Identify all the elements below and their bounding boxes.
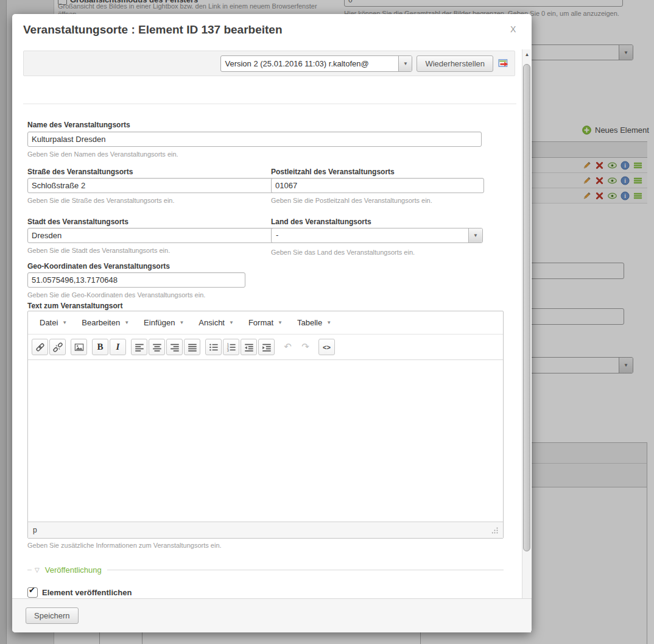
country-help: Geben Sie das Land des Veranstaltungsort… — [271, 249, 415, 256]
redo-button[interactable]: ↷ — [297, 339, 314, 355]
text-label: Text zum Veranstaltungsort — [27, 302, 122, 310]
version-select[interactable]: Version 2 (25.01.2016 11:03) r.kaltofen@… — [220, 55, 412, 72]
bullet-list-icon — [209, 342, 219, 352]
menu-view[interactable]: Ansicht▼ — [192, 314, 241, 331]
text-help: Geben Sie zusätzliche Informationen zum … — [27, 542, 222, 549]
country-label: Land des Veranstaltungsorts — [271, 218, 371, 226]
modal-scrollbar[interactable]: ▲ ▼ — [522, 49, 531, 632]
close-icon[interactable]: X — [510, 24, 516, 34]
restore-button[interactable]: Wiederherstellen — [417, 55, 493, 72]
align-justify-button[interactable] — [184, 339, 200, 355]
image-icon — [74, 342, 84, 352]
publish-section-legend[interactable]: Veröffentlichung — [43, 565, 104, 575]
name-help: Geben Sie den Namen des Veranstaltungsor… — [27, 150, 178, 158]
geo-help: Geben Sie die Geo-Koordinaten des Verans… — [27, 291, 205, 299]
city-help: Geben Sie die Stadt des Veranstaltungsor… — [27, 247, 170, 254]
resize-grip-icon[interactable] — [491, 527, 498, 534]
street-help: Geben Sie die Straße des Veranstaltungso… — [27, 197, 175, 204]
street-label: Straße des Veranstaltungsorts — [27, 168, 133, 176]
caret-down-icon: ▼ — [326, 320, 331, 325]
divider — [23, 104, 516, 104]
country-select[interactable]: - ▼ — [271, 228, 483, 243]
caret-down-icon: ▼ — [278, 320, 283, 325]
open-window-icon[interactable] — [498, 57, 510, 69]
menu-file[interactable]: Datei▼ — [33, 314, 74, 331]
menu-format[interactable]: Format▼ — [242, 314, 289, 331]
name-label: Name des Veranstaltungsorts — [27, 121, 130, 129]
menu-table[interactable]: Tabelle▼ — [290, 314, 338, 331]
chevron-down-icon[interactable]: ▼ — [468, 228, 482, 242]
link-button[interactable] — [32, 339, 48, 355]
unlink-icon — [53, 342, 63, 352]
bold-button[interactable]: B — [92, 339, 108, 355]
numbered-list-icon: 123 — [227, 342, 236, 352]
indent-button[interactable] — [258, 339, 275, 355]
outdent-icon — [244, 342, 254, 352]
scroll-up-icon[interactable]: ▲ — [522, 49, 532, 59]
chevron-down-icon[interactable]: ▼ — [398, 56, 412, 71]
bold-icon: B — [97, 342, 103, 352]
align-left-icon — [135, 342, 144, 352]
editor-menubar: Datei▼ Bearbeiten▼ Einfügen▼ Ansicht▼ Fo… — [28, 311, 503, 334]
collapse-triangle-icon[interactable]: ▽ — [35, 567, 40, 573]
numbered-list-button[interactable]: 123 — [223, 339, 239, 355]
unlink-button[interactable] — [49, 339, 66, 355]
align-center-icon — [152, 342, 162, 352]
divider-line — [107, 570, 504, 570]
undo-icon: ↶ — [284, 342, 292, 352]
undo-button[interactable]: ↶ — [280, 339, 296, 355]
align-right-icon — [170, 342, 180, 352]
zip-label: Postleitzahl des Veranstaltungsorts — [271, 168, 395, 176]
redo-icon: ↷ — [301, 342, 309, 352]
publish-section-divider: ▽ Veröffentlichung — [27, 565, 504, 575]
version-select-value: Version 2 (25.01.2016 11:03) r.kaltofen@ — [225, 56, 397, 71]
source-code-icon: <> — [323, 344, 331, 351]
zip-help: Geben Sie die Postleitzahl des Veranstal… — [271, 197, 432, 204]
editor-statusbar: p — [28, 522, 503, 538]
name-input[interactable] — [27, 132, 482, 147]
editor-toolbar: B I 123 ↶ ↷ — [28, 334, 503, 360]
richtext-editor: Datei▼ Bearbeiten▼ Einfügen▼ Ansicht▼ Fo… — [27, 311, 504, 539]
link-icon — [35, 342, 45, 352]
source-code-button[interactable]: <> — [318, 339, 335, 355]
caret-down-icon: ▼ — [62, 320, 67, 325]
scrollbar-thumb[interactable] — [523, 64, 530, 551]
divider-dash — [27, 570, 32, 570]
screen: Großansichtsmodus des Fensters Großansic… — [0, 0, 654, 644]
publish-checkbox-label: Element veröffentlichen — [42, 588, 132, 597]
geo-input[interactable] — [27, 272, 245, 288]
caret-down-icon: ▼ — [124, 320, 129, 325]
geo-label: Geo-Koordinaten des Veranstaltungsorts — [27, 262, 170, 271]
editor-content-area[interactable] — [28, 360, 503, 522]
editor-element-path: p — [33, 526, 37, 534]
align-center-button[interactable] — [149, 339, 165, 355]
edit-element-modal: Veranstaltungsorte : Element ID 137 bear… — [12, 14, 532, 632]
italic-icon: I — [116, 342, 120, 352]
caret-down-icon: ▼ — [179, 320, 184, 325]
bullet-list-button[interactable] — [205, 339, 222, 355]
align-left-button[interactable] — [131, 339, 147, 355]
save-button[interactable]: Speichern — [26, 607, 79, 624]
modal-title: Veranstaltungsorte : Element ID 137 bear… — [23, 23, 283, 37]
indent-icon — [262, 342, 272, 352]
caret-down-icon: ▼ — [229, 320, 234, 325]
menu-edit[interactable]: Bearbeiten▼ — [75, 314, 136, 331]
country-select-value: - — [276, 230, 278, 239]
city-label: Stadt des Veranstaltungsorts — [27, 218, 128, 226]
version-toolbar: Version 2 (25.01.2016 11:03) r.kaltofen@… — [23, 51, 515, 76]
modal-footer: Speichern — [12, 598, 532, 632]
zip-input[interactable] — [271, 178, 484, 193]
align-justify-icon — [188, 342, 197, 352]
publish-checkbox[interactable] — [27, 587, 38, 598]
insert-image-button[interactable] — [71, 339, 87, 355]
svg-text:3: 3 — [227, 348, 228, 352]
italic-button[interactable]: I — [110, 339, 126, 355]
menu-insert[interactable]: Einfügen▼ — [137, 314, 191, 331]
outdent-button[interactable] — [241, 339, 257, 355]
align-right-button[interactable] — [166, 339, 183, 355]
